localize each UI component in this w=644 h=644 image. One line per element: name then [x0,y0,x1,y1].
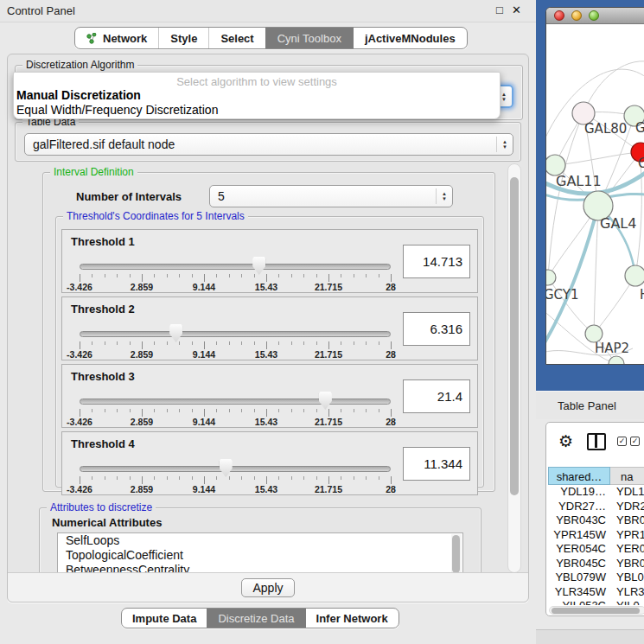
group-title: Interval Definition [50,166,137,178]
dropdown-option-equal-width[interactable]: Equal Width/Frequency Discretization [14,103,500,118]
table-row[interactable]: YPR145WYPR1 [548,528,644,543]
threshold-value-field[interactable]: 14.713 [403,245,470,278]
table-horizontal-scrollbar[interactable] [549,606,644,615]
network-window-titlebar[interactable] [546,8,644,24]
slider-tick-labels: -3.426 2.859 9.144 15.43 21.715 28 [80,349,391,359]
split-view-icon[interactable] [587,433,606,450]
node-label: GCY1 [546,287,579,303]
slider-track[interactable] [80,264,391,270]
spinner-value: 5 [218,189,225,203]
table-rows: YDL19…YDL1 YDR27…YDR2 YBR043CYBR0 YPR145… [548,485,644,605]
slider-ticks [80,341,391,349]
scrollbar-thumb[interactable] [552,608,640,614]
cell: YBL0 [610,571,644,585]
tab-impute-data[interactable]: Impute Data [122,609,207,628]
table-data-group: Table Data galFiltered.sif default node … [15,122,521,162]
close-traffic-light-icon[interactable] [554,10,564,21]
cell: YDR27… [548,500,610,514]
threshold-value-field[interactable]: 11.344 [403,447,470,481]
tick-label: 2.859 [131,417,153,427]
tab-cyni-toolbox[interactable]: Cyni Toolbox [265,28,353,48]
apply-button[interactable]: Apply [241,578,295,597]
attributes-group: Attributes to discretize Numerical Attri… [39,507,481,573]
slider-track[interactable] [80,399,391,405]
settings-scrollbar[interactable] [507,163,521,573]
tab-label: Discretize Data [218,612,294,625]
tab-style[interactable]: Style [158,28,208,48]
cell: YLR3 [610,585,644,600]
table-panel-area: ⚙ ✓ ✓ shared… na YDL19…YDL1 YDR27…YDR2 Y… [536,419,644,644]
control-panel-titlebar: Control Panel □ ✕ [0,0,536,22]
list-item[interactable]: TopologicalCoefficient [58,548,462,563]
dropdown-hint: Select algorithm to view settings [14,73,500,88]
float-window-icon[interactable]: □ [496,3,503,16]
slider-thumb[interactable] [319,392,332,410]
list-item[interactable]: SelfLoops [58,533,462,548]
spinner-arrows-icon: ▲▼ [436,188,450,204]
tick-label: 9.144 [193,282,215,292]
slider-tick-labels: -3.426 2.859 9.144 15.43 21.715 28 [80,417,391,426]
column-header-shared[interactable]: shared… [548,467,610,485]
cell: YER054C [548,542,610,557]
scrollbar-thumb[interactable] [452,535,460,573]
node-label: GA [635,120,644,136]
num-intervals-spinner[interactable]: 5 ▲▼ [209,185,453,207]
checkbox-icon[interactable]: ✓ [630,437,640,446]
network-edge[interactable] [555,152,641,165]
cell: YER0 [610,542,644,557]
tab-discretize-data[interactable]: Discretize Data [207,609,304,628]
tick-label: 21.715 [315,282,342,292]
network-node[interactable] [609,356,624,365]
table-row[interactable]: YLR345WYLR3 [548,585,644,600]
network-node[interactable] [625,265,644,286]
threshold-value-field[interactable]: 21.4 [403,379,470,413]
table-row[interactable]: YER054CYER0 [548,542,644,557]
tab-jactivemnodules[interactable]: jActiveMNodules [353,28,467,48]
tab-label: Infer Network [316,612,388,625]
table-row[interactable]: YDR27…YDR2 [548,500,644,514]
tab-infer-network[interactable]: Infer Network [305,609,399,628]
table-data-combobox[interactable]: galFiltered.sif default node ▲▼ [24,133,513,156]
slider-thumb[interactable] [220,459,233,477]
checkbox-icon[interactable]: ✓ [617,437,627,446]
slider-thumb[interactable] [169,324,182,342]
table-row[interactable]: YBR045CYBR0 [548,557,644,571]
table-row[interactable]: YBR043CYBR0 [548,513,644,528]
zoom-traffic-light-icon[interactable] [589,10,599,21]
cell: YBR045C [548,557,610,571]
network-canvas[interactable]: GAL80GACGAL11GAL4GCY1HHAP2 [546,24,644,365]
minimize-traffic-light-icon[interactable] [571,10,582,21]
slider-track[interactable] [80,331,391,337]
scrollbar-thumb[interactable] [510,177,519,495]
tick-label: -3.426 [67,484,92,494]
slider-track[interactable] [80,466,391,472]
network-node[interactable] [585,325,603,342]
interval-definition-group: Interval Definition Number of Intervals … [42,172,495,492]
combo-value: galFiltered.sif default node [33,137,175,151]
algorithm-dropdown-popup: Select algorithm to view settings Manual… [13,72,501,119]
table-row[interactable]: YIL053CYIL0 [548,599,644,605]
table-row[interactable]: YDL19…YDL1 [548,485,644,500]
slider-thumb[interactable] [252,257,265,275]
tick-label: -3.426 [67,282,92,292]
threshold-label: Threshold 3 [71,370,135,383]
tick-label: 15.43 [255,282,277,292]
node-label: GAL80 [584,121,627,137]
network-edge[interactable] [548,113,583,277]
threshold-value-field[interactable]: 6.316 [403,312,470,346]
num-intervals-label: Number of Intervals [76,190,182,203]
tick-label: 21.715 [315,417,342,427]
close-icon[interactable]: ✕ [512,3,521,16]
table-panel-footer [536,629,644,644]
tab-network[interactable]: Network [75,28,158,48]
list-scrollbar[interactable] [451,534,462,573]
top-tab-bar: Network Style Select Cyni Toolbox jActiv… [74,27,468,49]
gear-icon[interactable]: ⚙ [558,431,573,451]
tab-select[interactable]: Select [208,28,265,48]
dropdown-option-manual[interactable]: Manual Discretization [14,88,500,103]
attributes-list[interactable]: SelfLoops TopologicalCoefficient Between… [57,532,463,573]
column-header-name[interactable]: na [610,467,644,485]
network-node[interactable] [546,270,556,285]
table-row[interactable]: YBL079WYBL0 [548,571,644,585]
table-toolbar: ⚙ ✓ ✓ [546,423,644,462]
